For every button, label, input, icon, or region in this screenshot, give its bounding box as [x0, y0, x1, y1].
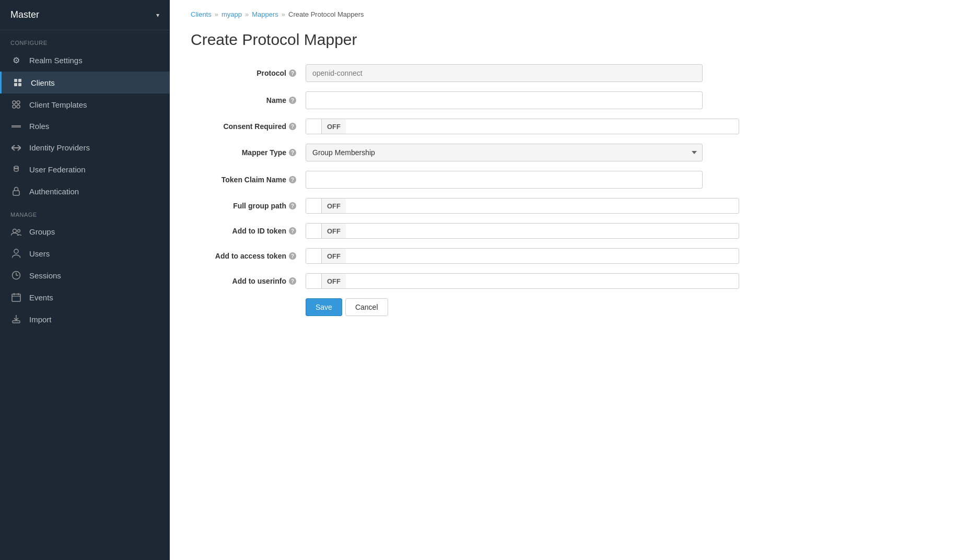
consent-required-help-icon[interactable]: ? [289, 123, 296, 130]
add-to-id-token-toggle[interactable]: OFF [306, 223, 739, 239]
breadcrumb-myapp[interactable]: myapp [221, 10, 242, 18]
svg-point-5 [17, 101, 20, 104]
sidebar-item-label: Authentication [29, 187, 79, 196]
token-claim-name-label: Token Claim Name ? [191, 176, 306, 184]
add-to-userinfo-label: Add to userinfo ? [191, 277, 306, 285]
client-templates-icon [10, 100, 22, 109]
sidebar-item-roles[interactable]: Roles [0, 115, 170, 137]
chevron-down-icon: ▾ [156, 11, 159, 19]
add-to-id-token-help-icon[interactable]: ? [289, 227, 296, 235]
add-to-access-token-help-icon[interactable]: ? [289, 252, 296, 260]
sidebar-item-client-templates[interactable]: Client Templates [0, 94, 170, 115]
token-claim-name-help-icon[interactable]: ? [289, 176, 296, 183]
sidebar-item-label: Users [29, 249, 50, 258]
add-to-userinfo-toggle[interactable]: OFF [306, 273, 739, 289]
add-to-id-token-row: Add to ID token ? OFF [191, 223, 739, 239]
cancel-button[interactable]: Cancel [345, 298, 388, 316]
consent-required-toggle[interactable]: OFF [306, 119, 739, 134]
mapper-type-row: Mapper Type ? Group Membership Audience … [191, 144, 739, 161]
protocol-help-icon[interactable]: ? [289, 69, 296, 77]
sidebar-item-label: User Federation [29, 165, 86, 174]
full-group-path-toggle[interactable]: OFF [306, 198, 739, 214]
sidebar-item-import[interactable]: Import [0, 308, 170, 330]
name-input[interactable] [306, 91, 703, 109]
breadcrumb: Clients » myapp » Mappers » Create Proto… [191, 10, 959, 18]
svg-point-14 [13, 229, 17, 232]
svg-point-4 [13, 101, 16, 104]
identity-providers-icon [10, 145, 22, 151]
name-help-icon[interactable]: ? [289, 97, 296, 104]
sidebar-item-events[interactable]: Events [0, 286, 170, 308]
add-to-access-token-row: Add to access token ? OFF [191, 248, 739, 264]
sidebar-item-clients[interactable]: Clients [0, 72, 170, 94]
sidebar-item-authentication[interactable]: Authentication [0, 180, 170, 202]
breadcrumb-current: Create Protocol Mappers [288, 10, 364, 18]
sidebar-item-users[interactable]: Users [0, 242, 170, 264]
protocol-input [306, 64, 703, 82]
sidebar-item-label: Identity Providers [29, 143, 90, 152]
add-to-id-token-control: OFF [306, 223, 739, 239]
add-to-access-token-toggle[interactable]: OFF [306, 248, 739, 264]
mapper-type-help-icon[interactable]: ? [289, 149, 296, 156]
svg-rect-9 [11, 126, 21, 127]
svg-point-16 [14, 249, 18, 253]
breadcrumb-mappers[interactable]: Mappers [252, 10, 278, 18]
main-content: Clients » myapp » Mappers » Create Proto… [170, 0, 980, 560]
create-protocol-mapper-form: Protocol ? Name ? Consent Required ? [191, 64, 739, 316]
svg-rect-24 [13, 321, 20, 323]
user-federation-icon [10, 165, 22, 174]
mapper-type-select[interactable]: Group Membership Audience Hardcoded Role… [306, 144, 703, 161]
svg-point-15 [18, 229, 20, 232]
token-claim-name-row: Token Claim Name ? [191, 171, 739, 189]
sidebar-item-label: Client Templates [29, 100, 87, 109]
lock-icon [10, 186, 22, 196]
token-claim-name-input[interactable] [306, 171, 703, 189]
add-to-id-token-toggle-label: OFF [322, 224, 346, 238]
svg-point-6 [13, 105, 16, 108]
sidebar: Master ▾ Configure ⚙ Realm Settings Clie… [0, 0, 170, 560]
sidebar-item-label: Groups [29, 227, 55, 236]
realm-selector[interactable]: Master ▾ [0, 0, 170, 30]
add-to-userinfo-toggle-label: OFF [322, 274, 346, 288]
sidebar-item-identity-providers[interactable]: Identity Providers [0, 137, 170, 158]
svg-rect-20 [12, 294, 20, 301]
add-to-access-token-control: OFF [306, 248, 739, 264]
svg-rect-8 [11, 125, 21, 126]
protocol-label: Protocol ? [191, 69, 306, 77]
sidebar-item-label: Sessions [29, 271, 61, 280]
breadcrumb-clients[interactable]: Clients [191, 10, 212, 18]
token-claim-name-control [306, 171, 739, 189]
protocol-control [306, 64, 739, 82]
manage-section-label: Manage [0, 202, 170, 221]
svg-rect-2 [14, 83, 17, 86]
add-to-access-token-label: Add to access token ? [191, 252, 306, 260]
roles-icon [10, 125, 22, 127]
add-to-userinfo-control: OFF [306, 273, 739, 289]
sidebar-item-sessions[interactable]: Sessions [0, 264, 170, 286]
import-icon [10, 314, 22, 324]
name-row: Name ? [191, 91, 739, 109]
save-button[interactable]: Save [306, 298, 342, 316]
add-to-access-token-toggle-label: OFF [322, 249, 346, 263]
full-group-path-control: OFF [306, 198, 739, 214]
sidebar-item-label: Events [29, 293, 53, 302]
mapper-type-control: Group Membership Audience Hardcoded Role… [306, 144, 739, 161]
full-group-path-help-icon[interactable]: ? [289, 202, 296, 209]
calendar-icon [10, 293, 22, 302]
sidebar-item-label: Realm Settings [29, 56, 83, 65]
consent-required-control: OFF [306, 119, 739, 134]
sidebar-item-label: Roles [29, 122, 49, 131]
sidebar-item-realm-settings[interactable]: ⚙ Realm Settings [0, 49, 170, 72]
breadcrumb-sep-3: » [282, 10, 285, 18]
sidebar-item-user-federation[interactable]: User Federation [0, 158, 170, 180]
breadcrumb-sep-1: » [215, 10, 218, 18]
mapper-type-label: Mapper Type ? [191, 148, 306, 157]
form-actions: Save Cancel [191, 298, 739, 316]
toggle-thumb [306, 274, 322, 288]
sliders-icon: ⚙ [10, 55, 22, 65]
svg-rect-1 [18, 79, 21, 82]
clients-icon [12, 78, 24, 87]
add-to-userinfo-help-icon[interactable]: ? [289, 277, 296, 285]
add-to-id-token-label: Add to ID token ? [191, 227, 306, 235]
sidebar-item-groups[interactable]: Groups [0, 221, 170, 242]
